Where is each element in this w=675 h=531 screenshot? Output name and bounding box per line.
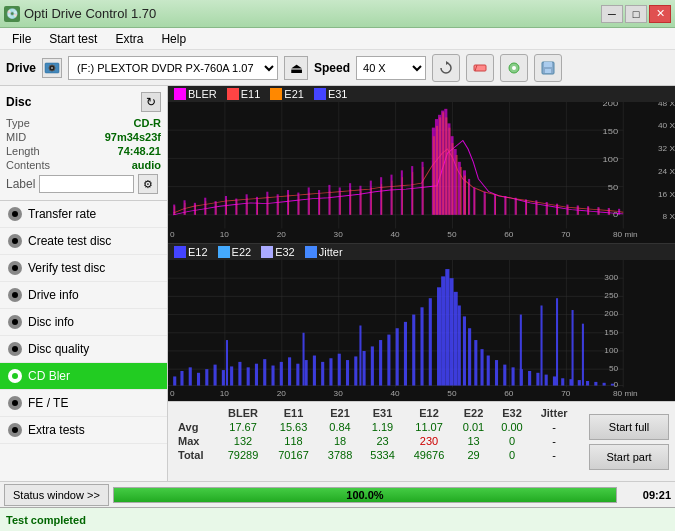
sidebar-item-verify-test-disc[interactable]: Verify test disc xyxy=(0,255,167,282)
svg-text:0: 0 xyxy=(170,390,175,398)
save-button[interactable] xyxy=(534,54,562,82)
label-settings-button[interactable]: ⚙ xyxy=(138,174,158,194)
menu-extra[interactable]: Extra xyxy=(107,30,151,48)
svg-rect-108 xyxy=(309,193,310,215)
col-e11: E11 xyxy=(268,406,319,420)
e32-label: E32 xyxy=(275,246,295,258)
svg-rect-127 xyxy=(456,155,458,215)
e21-label: E21 xyxy=(284,88,304,100)
svg-rect-138 xyxy=(547,204,548,215)
jitter-color xyxy=(305,246,317,258)
status-window-button[interactable]: Status window >> xyxy=(4,484,109,506)
start-part-button[interactable]: Start part xyxy=(589,444,669,470)
window-controls: ─ □ ✕ xyxy=(601,5,671,23)
sidebar-item-create-test-disc[interactable]: Create test disc xyxy=(0,228,167,255)
jitter-label: Jitter xyxy=(319,246,343,258)
svg-rect-225 xyxy=(536,373,539,386)
svg-rect-179 xyxy=(189,367,192,385)
svg-text:20: 20 xyxy=(277,231,286,239)
nav-icon-cd-bler xyxy=(8,369,22,383)
nav-icon-create-test-disc xyxy=(8,234,22,248)
svg-rect-200 xyxy=(363,351,366,386)
disc-label-input[interactable] xyxy=(39,175,134,193)
menu-file[interactable]: File xyxy=(4,30,39,48)
svg-text:150: 150 xyxy=(603,127,619,136)
speed-select[interactable]: 40 X xyxy=(356,56,426,80)
drive-select[interactable]: (F:) PLEXTOR DVDR PX-760A 1.07 xyxy=(68,56,278,80)
svg-rect-97 xyxy=(195,205,196,215)
col-e22: E22 xyxy=(454,406,493,420)
svg-text:16 X: 16 X xyxy=(658,191,675,199)
maximize-button[interactable]: □ xyxy=(625,5,647,23)
svg-rect-233 xyxy=(603,383,606,386)
svg-rect-204 xyxy=(396,328,399,385)
svg-rect-131 xyxy=(474,189,475,215)
svg-rect-193 xyxy=(305,360,308,385)
svg-rect-209 xyxy=(437,287,441,385)
top-chart-body: 200 150 100 50 0 48 X 40 X 32 X 24 X 16 … xyxy=(168,102,675,243)
stats-table: BLER E11 E21 E31 E12 E22 E32 Jitter Avg xyxy=(174,406,577,462)
disc-title: Disc xyxy=(6,95,31,109)
top-legend: BLER E11 E21 E31 xyxy=(168,86,675,102)
svg-point-7 xyxy=(512,66,516,70)
svg-text:150: 150 xyxy=(604,328,619,336)
svg-text:10: 10 xyxy=(220,390,230,398)
svg-text:50: 50 xyxy=(609,364,619,372)
sidebar-item-extra-tests[interactable]: Extra tests xyxy=(0,417,167,444)
svg-rect-125 xyxy=(448,128,450,215)
svg-text:200: 200 xyxy=(603,102,619,108)
refresh-button[interactable] xyxy=(432,54,460,82)
eject-button[interactable]: ⏏ xyxy=(284,56,308,80)
copy-button[interactable] xyxy=(500,54,528,82)
menu-start-test[interactable]: Start test xyxy=(41,30,105,48)
col-e12: E12 xyxy=(404,406,455,420)
length-label: Length xyxy=(6,145,40,157)
progress-bar-container: 100.0% xyxy=(113,487,617,503)
svg-text:10: 10 xyxy=(220,231,229,239)
status-bar: Status window >> 100.0% 09:21 xyxy=(0,481,675,507)
sidebar-item-disc-info[interactable]: Disc info xyxy=(0,309,167,336)
svg-rect-103 xyxy=(257,199,258,214)
svg-rect-96 xyxy=(185,203,186,215)
app-icon: 💿 xyxy=(4,6,20,22)
avg-e21: 0.84 xyxy=(319,420,362,434)
svg-rect-192 xyxy=(296,364,299,386)
sidebar-item-transfer-rate[interactable]: Transfer rate xyxy=(0,201,167,228)
sidebar-item-fe-te[interactable]: FE / TE xyxy=(0,390,167,417)
legend-bler: BLER xyxy=(174,88,217,100)
legend-jitter: Jitter xyxy=(305,246,343,258)
svg-rect-109 xyxy=(319,194,320,215)
svg-rect-141 xyxy=(578,206,579,215)
svg-rect-114 xyxy=(371,187,372,214)
svg-rect-142 xyxy=(588,207,589,215)
drive-label: Drive xyxy=(6,61,36,75)
minimize-button[interactable]: ─ xyxy=(601,5,623,23)
titlebar: 💿 Opti Drive Control 1.70 ─ □ ✕ xyxy=(0,0,675,28)
svg-rect-10 xyxy=(545,69,551,73)
stats-buttons: Start full Start part xyxy=(583,402,675,481)
avg-e11: 15.63 xyxy=(268,420,319,434)
sidebar-item-disc-quality[interactable]: Disc quality xyxy=(0,336,167,363)
svg-rect-240 xyxy=(556,298,558,385)
disc-refresh-button[interactable]: ↻ xyxy=(141,92,161,112)
sidebar-label-transfer-rate: Transfer rate xyxy=(28,207,96,221)
menu-help[interactable]: Help xyxy=(153,30,194,48)
sidebar-item-cd-bler[interactable]: CD Bler xyxy=(0,363,167,390)
bler-label: BLER xyxy=(188,88,217,100)
svg-rect-122 xyxy=(439,117,441,214)
start-full-button[interactable]: Start full xyxy=(589,414,669,440)
nav-icon-disc-info xyxy=(8,315,22,329)
svg-rect-232 xyxy=(594,382,597,386)
svg-rect-126 xyxy=(452,143,454,215)
svg-rect-218 xyxy=(480,349,483,385)
sidebar-item-drive-info[interactable]: Drive info xyxy=(0,282,167,309)
erase-button[interactable] xyxy=(466,54,494,82)
total-e12: 49676 xyxy=(404,448,455,462)
svg-text:60: 60 xyxy=(504,390,514,398)
e32-color xyxy=(261,246,273,258)
bottom-chart: E12 E22 E32 Jitter xyxy=(168,244,675,401)
svg-rect-207 xyxy=(420,307,423,385)
svg-rect-235 xyxy=(226,340,228,385)
svg-rect-185 xyxy=(238,362,241,386)
close-button[interactable]: ✕ xyxy=(649,5,671,23)
